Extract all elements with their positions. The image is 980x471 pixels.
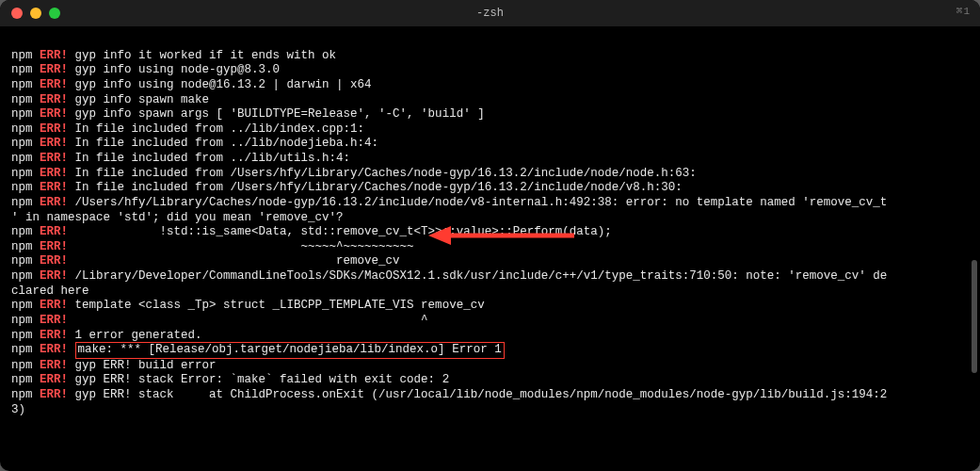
log-line: npm ERR! In file included from ../lib/no… <box>11 137 378 150</box>
err-prefix: ERR! <box>40 63 68 76</box>
npm-prefix: npm <box>11 137 33 150</box>
err-prefix: ERR! <box>40 343 68 356</box>
log-line: npm ERR! /Users/hfy/Library/Caches/node-… <box>11 196 887 209</box>
npm-prefix: npm <box>11 196 33 209</box>
log-text: 1 error generated. <box>75 329 202 342</box>
err-prefix: ERR! <box>40 152 68 165</box>
err-prefix: ERR! <box>40 181 68 194</box>
log-line: npm ERR! In file included from ../lib/ut… <box>11 152 350 165</box>
npm-prefix: npm <box>11 299 33 312</box>
npm-prefix: npm <box>11 225 33 238</box>
err-prefix: ERR! <box>40 388 68 401</box>
log-line: npm ERR! gyp info it worked if it ends w… <box>11 49 336 62</box>
log-line: npm ERR! gyp info spawn make <box>11 93 209 106</box>
log-line: npm ERR! gyp info spawn args [ 'BUILDTYP… <box>11 107 485 121</box>
npm-prefix: npm <box>11 78 33 91</box>
highlighted-error: make: *** [Release/obj.target/nodejieba/… <box>75 342 505 359</box>
err-prefix: ERR! <box>40 225 68 238</box>
err-prefix: ERR! <box>40 373 68 386</box>
err-prefix: ERR! <box>40 137 68 150</box>
log-text: gyp ERR! stack Error: `make` failed with… <box>75 373 450 386</box>
log-text: remove_cv <box>75 254 400 268</box>
window-title: -zsh <box>0 7 980 21</box>
scrollbar-thumb[interactable] <box>972 260 977 373</box>
npm-prefix: npm <box>11 329 33 342</box>
log-line: npm ERR! !std::is_same<Data, std::remove… <box>11 225 612 238</box>
tab-indicator[interactable]: ⌘1 <box>956 6 971 19</box>
log-line: npm ERR! ~~~~~^~~~~~~~~~~ <box>11 240 414 253</box>
npm-prefix: npm <box>11 359 33 372</box>
err-prefix: ERR! <box>40 299 68 312</box>
titlebar: -zsh ⌘1 <box>0 0 980 26</box>
log-text: gyp info spawn args [ 'BUILDTYPE=Release… <box>75 107 485 121</box>
log-text: /Library/Developer/CommandLineTools/SDKs… <box>75 269 888 283</box>
err-prefix: ERR! <box>40 78 68 91</box>
npm-prefix: npm <box>11 373 33 386</box>
log-text: gyp ERR! build error <box>75 359 217 372</box>
log-line: npm ERR! In file included from /Users/hf… <box>11 167 697 180</box>
log-text: gyp info using node-gyp@8.3.0 <box>75 63 281 76</box>
err-prefix: ERR! <box>40 269 68 283</box>
npm-prefix: npm <box>11 343 33 356</box>
log-text: ~~~~~^~~~~~~~~~~ <box>75 240 414 253</box>
npm-prefix: npm <box>11 152 33 165</box>
err-prefix: ERR! <box>40 167 68 180</box>
npm-prefix: npm <box>11 93 33 106</box>
err-prefix: ERR! <box>40 93 68 106</box>
log-text: clared here <box>11 284 89 298</box>
log-line: npm ERR! template <class _Tp> struct _LI… <box>11 299 485 312</box>
log-line: npm ERR! In file included from ../lib/in… <box>11 122 364 136</box>
npm-prefix: npm <box>11 240 33 253</box>
err-prefix: ERR! <box>40 122 68 136</box>
log-text: /Users/hfy/Library/Caches/node-gyp/16.13… <box>75 196 888 209</box>
npm-prefix: npm <box>11 254 33 268</box>
err-prefix: ERR! <box>40 107 68 121</box>
npm-prefix: npm <box>11 63 33 76</box>
log-text: template <class _Tp> struct _LIBCPP_TEMP… <box>75 299 485 312</box>
log-line: npm ERR! 1 error generated. <box>11 329 202 342</box>
scrollbar[interactable] <box>972 28 977 463</box>
err-prefix: ERR! <box>40 196 68 209</box>
npm-prefix: npm <box>11 167 33 180</box>
log-line: npm ERR! gyp ERR! stack at ChildProcess.… <box>11 388 887 401</box>
log-text: In file included from ../lib/index.cpp:1… <box>75 122 365 136</box>
log-line: npm ERR! gyp info using node-gyp@8.3.0 <box>11 63 280 76</box>
err-prefix: ERR! <box>40 359 68 372</box>
log-text: gyp info spawn make <box>75 93 210 106</box>
npm-prefix: npm <box>11 122 33 136</box>
npm-prefix: npm <box>11 314 33 327</box>
log-text: gyp info using node@16.13.2 | darwin | x… <box>75 78 372 91</box>
log-line: npm ERR! remove_cv <box>11 254 400 268</box>
log-text: gyp ERR! stack at ChildProcess.onExit (/… <box>75 388 888 401</box>
terminal-window: -zsh ⌘1 npm ERR! gyp info it worked if i… <box>0 0 980 471</box>
log-line: npm ERR! gyp info using node@16.13.2 | d… <box>11 78 372 91</box>
log-text: 3) <box>11 403 25 416</box>
err-prefix: ERR! <box>40 240 68 253</box>
log-text: In file included from ../lib/nodejieba.h… <box>75 137 379 150</box>
err-prefix: ERR! <box>40 49 68 62</box>
err-prefix: ERR! <box>40 329 68 342</box>
log-line: npm ERR! In file included from /Users/hf… <box>11 181 683 194</box>
log-line: npm ERR! ^ <box>11 314 428 327</box>
log-text: ' in namespace 'std'; did you mean 'remo… <box>11 211 344 224</box>
log-line: npm ERR! gyp ERR! stack Error: `make` fa… <box>11 373 449 386</box>
log-line: npm ERR! make: *** [Release/obj.target/n… <box>11 343 505 356</box>
err-prefix: ERR! <box>40 314 68 327</box>
npm-prefix: npm <box>11 49 33 62</box>
npm-prefix: npm <box>11 107 33 121</box>
log-text: gyp info it worked if it ends with ok <box>75 49 337 62</box>
terminal-body[interactable]: npm ERR! gyp info it worked if it ends w… <box>0 26 980 471</box>
log-line: npm ERR! /Library/Developer/CommandLineT… <box>11 269 887 283</box>
log-text: !std::is_same<Data, std::remove_cv_t<T>>… <box>75 225 612 238</box>
log-text: ^ <box>75 314 428 327</box>
err-prefix: ERR! <box>40 254 68 268</box>
log-text: In file included from /Users/hfy/Library… <box>75 181 683 194</box>
log-line: npm ERR! gyp ERR! build error <box>11 359 217 372</box>
npm-prefix: npm <box>11 269 33 283</box>
npm-prefix: npm <box>11 388 33 401</box>
npm-prefix: npm <box>11 181 33 194</box>
log-text: In file included from ../lib/utils.h:4: <box>75 152 351 165</box>
log-text: In file included from /Users/hfy/Library… <box>75 167 697 180</box>
